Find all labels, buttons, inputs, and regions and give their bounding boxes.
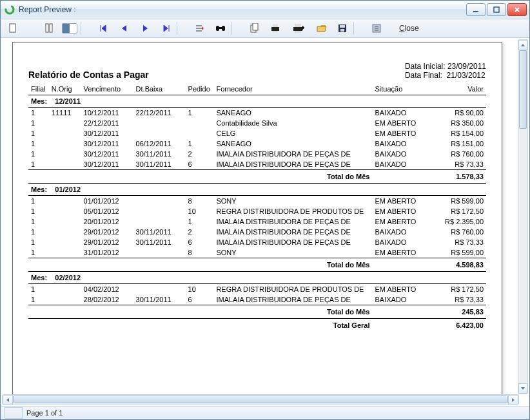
- page-indicator: Page 1 of 1: [26, 409, 63, 417]
- month-total-row: Total do Mês4.598,83: [28, 258, 486, 272]
- report-title: Relatório de Contas a Pagar: [28, 70, 149, 80]
- svg-rect-16: [295, 31, 301, 33]
- open-icon[interactable]: [313, 21, 330, 36]
- svg-rect-2: [494, 7, 499, 12]
- table-row: 128/02/201230/11/20116IMALAIA DISTRIBUID…: [28, 294, 486, 305]
- grand-total-row: Total Geral6.423,00: [28, 319, 486, 332]
- table-row: 129/01/201230/11/20116IMALAIA DISTRIBUID…: [28, 237, 486, 247]
- svg-rect-10: [253, 23, 258, 30]
- scroll-up-icon[interactable]: [518, 40, 527, 50]
- report-viewport: Relatório de Contas a Pagar Data Inicial…: [1, 38, 529, 406]
- svg-rect-19: [340, 29, 344, 32]
- month-group-header: Mes: 02/2012: [28, 272, 486, 284]
- svg-rect-18: [340, 25, 345, 28]
- close-button[interactable]: [507, 3, 527, 16]
- close-link[interactable]: Close: [399, 24, 419, 33]
- horizontal-scroll-thumb[interactable]: [13, 396, 508, 403]
- report-page: Relatório de Contas a Pagar Data Inicial…: [12, 42, 502, 396]
- svg-rect-1: [473, 11, 478, 12]
- month-total-row: Total do Mês1.578,33: [28, 170, 486, 184]
- align-right-icon[interactable]: [191, 21, 208, 36]
- table-row: 131/01/20128SONYEM ABERTOR$ 599,00: [28, 247, 486, 258]
- table-header-row: Filial N.Orig Vencimento Dt.Baixa Pedido…: [28, 84, 486, 95]
- app-icon: [5, 5, 15, 15]
- svg-rect-5: [50, 24, 52, 32]
- svg-rect-4: [46, 24, 48, 32]
- print-icon[interactable]: [288, 21, 309, 36]
- options-icon[interactable]: [368, 21, 385, 36]
- svg-rect-12: [273, 24, 278, 27]
- table-row: 122/12/2011Contabilidade SilvaEM ABERTOR…: [28, 118, 486, 128]
- vertical-scroll-thumb[interactable]: [519, 50, 527, 129]
- svg-rect-11: [271, 27, 279, 31]
- svg-rect-15: [295, 24, 301, 27]
- vertical-scrollbar[interactable]: [518, 39, 528, 394]
- horizontal-scrollbar[interactable]: [2, 394, 519, 405]
- new-page-icon[interactable]: [5, 21, 21, 36]
- window-controls: [466, 3, 527, 16]
- table-row: 130/12/2011CELGEM ABERTOR$ 154,00: [28, 128, 486, 138]
- svg-rect-14: [293, 27, 302, 31]
- table-row: 130/12/201130/11/20112IMALAIA DISTRIBUID…: [28, 149, 486, 159]
- first-page-icon[interactable]: [95, 21, 112, 36]
- report-date-range: Data Inicial: 23/09/2011 Data Final: 21/…: [405, 62, 486, 80]
- toolbar: Close: [1, 19, 529, 38]
- toggle-view[interactable]: [61, 21, 78, 36]
- table-row: 129/01/201230/11/20112IMALAIA DISTRIBUID…: [28, 227, 486, 237]
- table-row: 130/12/201130/11/20116IMALAIA DISTRIBUID…: [28, 159, 486, 170]
- report-preview-window: Report Preview :: [0, 0, 530, 420]
- scroll-down-icon[interactable]: [518, 383, 527, 394]
- table-row: 120/01/20121IMALAIA DISTRIBUIDORA DE PEÇ…: [28, 216, 486, 227]
- scroll-right-icon[interactable]: [508, 395, 518, 405]
- table-row: 101/01/20128SONYEM ABERTOR$ 599,00: [28, 196, 486, 207]
- print-setup-icon[interactable]: [267, 21, 284, 36]
- report-table: Filial N.Orig Vencimento Dt.Baixa Pedido…: [28, 84, 486, 332]
- table-row: 105/01/201210REGRA DISTRIBUIDORA DE PROD…: [28, 206, 486, 216]
- last-page-icon[interactable]: [157, 21, 174, 36]
- svg-rect-3: [10, 24, 15, 32]
- month-total-row: Total do Mês245,83: [28, 305, 486, 319]
- next-page-icon[interactable]: [137, 21, 153, 36]
- copy-page-icon[interactable]: [246, 21, 263, 36]
- window-title: Report Preview :: [19, 5, 466, 14]
- svg-rect-13: [273, 31, 278, 32]
- status-grip: [5, 407, 23, 419]
- titlebar: Report Preview :: [1, 1, 529, 19]
- svg-rect-7: [222, 26, 225, 31]
- table-row: 130/12/201106/12/20111SANEAGOBAIXADOR$ 1…: [28, 138, 486, 149]
- maximize-button[interactable]: [487, 3, 506, 16]
- prev-page-icon[interactable]: [116, 21, 133, 36]
- month-group-header: Mes: 01/2012: [28, 184, 486, 196]
- table-row: 104/02/201210REGRA DISTRIBUIDORA DE PROD…: [28, 284, 486, 295]
- month-group-header: Mes: 12/2011: [28, 95, 486, 108]
- scroll-left-icon[interactable]: [3, 395, 13, 405]
- binoculars-icon[interactable]: [212, 21, 229, 36]
- minimize-button[interactable]: [466, 3, 486, 16]
- svg-point-0: [6, 6, 14, 14]
- fit-page-icon[interactable]: [41, 21, 57, 36]
- svg-rect-8: [219, 27, 222, 29]
- svg-rect-6: [216, 26, 219, 31]
- table-row: 11111110/12/201122/12/20111SANEAGOBAIXAD…: [28, 108, 486, 119]
- save-icon[interactable]: [334, 21, 351, 36]
- statusbar: Page 1 of 1: [1, 406, 529, 419]
